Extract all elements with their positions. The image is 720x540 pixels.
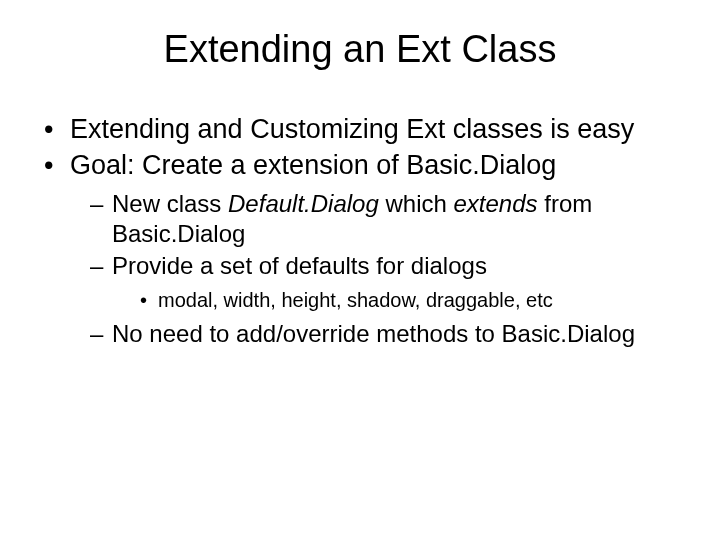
bullet-text: modal, width, height, shadow, draggable,… bbox=[158, 289, 553, 311]
list-item: Extending and Customizing Ext classes is… bbox=[44, 113, 680, 147]
bullet-text: which bbox=[379, 190, 454, 217]
list-item: No need to add/override methods to Basic… bbox=[90, 319, 680, 349]
slide-title: Extending an Ext Class bbox=[40, 28, 680, 71]
bullet-text: Extending and Customizing Ext classes is… bbox=[70, 114, 634, 144]
slide: Extending an Ext Class Extending and Cus… bbox=[0, 0, 720, 540]
list-item: Provide a set of defaults for dialogs mo… bbox=[90, 251, 680, 313]
bullet-text: Provide a set of defaults for dialogs bbox=[112, 252, 487, 279]
list-item: modal, width, height, shadow, draggable,… bbox=[140, 287, 680, 313]
list-item: New class Default.Dialog which extends f… bbox=[90, 189, 680, 249]
bullet-text: Goal: Create a extension of Basic.Dialog bbox=[70, 150, 556, 180]
list-item: Goal: Create a extension of Basic.Dialog… bbox=[44, 149, 680, 349]
bullet-list-level1: Extending and Customizing Ext classes is… bbox=[40, 113, 680, 349]
bullet-list-level3: modal, width, height, shadow, draggable,… bbox=[112, 287, 680, 313]
bullet-italic: Default.Dialog bbox=[228, 190, 379, 217]
bullet-text: New class bbox=[112, 190, 228, 217]
bullet-italic: extends bbox=[453, 190, 537, 217]
bullet-text: No need to add/override methods to Basic… bbox=[112, 320, 635, 347]
bullet-list-level2: New class Default.Dialog which extends f… bbox=[70, 189, 680, 349]
